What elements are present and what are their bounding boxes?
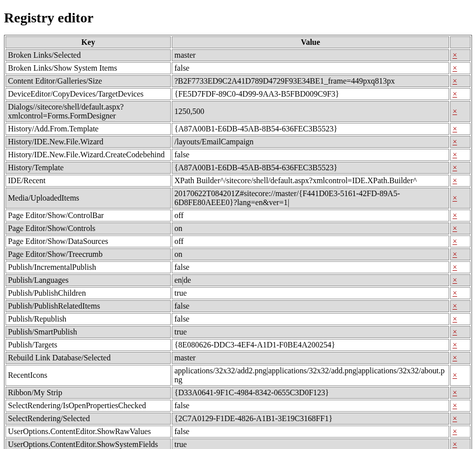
- column-header-actions: [450, 36, 471, 48]
- delete-icon[interactable]: ×: [453, 64, 457, 72]
- registry-value: false: [172, 149, 449, 161]
- registry-value: {FE5D7FDF-89C0-4D99-9AA3-B5FBD009C9F3}: [172, 88, 449, 100]
- registry-key: History/IDE.New.File.Wizard: [5, 136, 171, 148]
- table-row: History/Add.From.Template{A87A00B1-E6DB-…: [5, 123, 471, 135]
- delete-icon[interactable]: ×: [453, 107, 457, 115]
- delete-icon[interactable]: ×: [453, 289, 457, 297]
- delete-icon[interactable]: ×: [453, 90, 457, 98]
- column-header-value: Value: [172, 36, 449, 48]
- delete-icon[interactable]: ×: [453, 194, 457, 202]
- delete-icon[interactable]: ×: [453, 77, 457, 85]
- delete-icon[interactable]: ×: [453, 150, 457, 159]
- table-row: Publish/PublishRelatedItemsfalse×: [5, 300, 471, 312]
- delete-icon[interactable]: ×: [453, 51, 457, 59]
- delete-icon[interactable]: ×: [453, 427, 457, 436]
- delete-icon[interactable]: ×: [453, 124, 457, 133]
- delete-icon[interactable]: ×: [453, 440, 457, 449]
- registry-key: Publish/Languages: [5, 274, 171, 286]
- delete-icon[interactable]: ×: [453, 250, 457, 258]
- page-title: Registry editor: [4, 10, 472, 26]
- registry-key: RecentIcons: [5, 365, 171, 386]
- registry-table: Key Value Broken Links/Selectedmaster×Br…: [4, 35, 472, 449]
- action-cell: ×: [450, 49, 471, 61]
- registry-key: Page Editor/Show/DataSources: [5, 235, 171, 247]
- registry-value: ?B2F7733ED9C2A41D789D4729F93E34BE1_frame…: [172, 75, 449, 87]
- delete-icon[interactable]: ×: [453, 371, 457, 379]
- registry-key: Page Editor/Show/ControlBar: [5, 210, 171, 222]
- registry-key: Publish/PublishChildren: [5, 287, 171, 299]
- delete-icon[interactable]: ×: [453, 388, 457, 397]
- action-cell: ×: [450, 88, 471, 100]
- registry-value: false: [172, 261, 449, 273]
- registry-key: Dialogs//sitecore/shell/default.aspx?xml…: [5, 101, 171, 122]
- registry-value: off: [172, 210, 449, 222]
- registry-value: off: [172, 235, 449, 247]
- action-cell: ×: [450, 248, 471, 260]
- delete-icon[interactable]: ×: [453, 211, 457, 220]
- action-cell: ×: [450, 235, 471, 247]
- table-row: Page Editor/Show/Treecrumbon×: [5, 248, 471, 260]
- delete-icon[interactable]: ×: [453, 137, 457, 146]
- action-cell: ×: [450, 287, 471, 299]
- table-row: Page Editor/Show/DataSourcesoff×: [5, 235, 471, 247]
- table-row: Page Editor/Show/Controlson×: [5, 223, 471, 234]
- action-cell: ×: [450, 426, 471, 438]
- registry-key: IDE/Recent: [5, 175, 171, 187]
- registry-key: Content Editor/Galleries/Size: [5, 75, 171, 87]
- registry-value: {A87A00B1-E6DB-45AB-8B54-636FEC3B5523}: [172, 162, 449, 174]
- delete-icon[interactable]: ×: [453, 163, 457, 172]
- table-row: SelectRendering/Selected{2C7A0129-F1DE-4…: [5, 413, 471, 425]
- delete-icon[interactable]: ×: [453, 237, 457, 245]
- registry-value: false: [172, 62, 449, 74]
- registry-key: SelectRendering/IsOpenPropertiesChecked: [5, 400, 171, 412]
- table-row: Publish/PublishChildrentrue×: [5, 287, 471, 299]
- registry-key: UserOptions.ContentEditor.ShowSystemFiel…: [5, 439, 171, 449]
- table-row: Ribbon/My Strip{D33A0641-9F1C-4984-8342-…: [5, 387, 471, 399]
- registry-value: on: [172, 248, 449, 260]
- table-row: Publish/IncrementalPublishfalse×: [5, 261, 471, 273]
- table-row: Broken Links/Selectedmaster×: [5, 49, 471, 61]
- delete-icon[interactable]: ×: [453, 224, 457, 232]
- registry-value: true: [172, 287, 449, 299]
- table-row: Media/UploadedItems20170622T084201Z#site…: [5, 188, 471, 209]
- delete-icon[interactable]: ×: [453, 302, 457, 310]
- registry-value: en|de: [172, 274, 449, 286]
- registry-value: {A87A00B1-E6DB-45AB-8B54-636FEC3B5523}: [172, 123, 449, 135]
- action-cell: ×: [450, 210, 471, 222]
- delete-icon[interactable]: ×: [453, 315, 457, 323]
- action-cell: ×: [450, 101, 471, 122]
- delete-icon[interactable]: ×: [453, 414, 457, 423]
- registry-key: DeviceEditor/CopyDevices/TargetDevices: [5, 88, 171, 100]
- action-cell: ×: [450, 313, 471, 325]
- action-cell: ×: [450, 162, 471, 174]
- registry-value: master: [172, 49, 449, 61]
- delete-icon[interactable]: ×: [453, 263, 457, 271]
- registry-key: Publish/SmartPublish: [5, 326, 171, 338]
- table-row: Content Editor/Galleries/Size?B2F7733ED9…: [5, 75, 471, 87]
- action-cell: ×: [450, 75, 471, 87]
- delete-icon[interactable]: ×: [453, 176, 457, 185]
- action-cell: ×: [450, 439, 471, 449]
- registry-key: Page Editor/Show/Controls: [5, 223, 171, 234]
- registry-value: true: [172, 439, 449, 449]
- registry-value: /layouts/EmailCampaign: [172, 136, 449, 148]
- table-row: Publish/Targets{8E080626-DDC3-4EF4-A1D1-…: [5, 339, 471, 351]
- table-row: IDE/RecentXPath Builder^/sitecore/shell/…: [5, 175, 471, 187]
- delete-icon[interactable]: ×: [453, 401, 457, 410]
- action-cell: ×: [450, 274, 471, 286]
- registry-value: false: [172, 313, 449, 325]
- delete-icon[interactable]: ×: [453, 328, 457, 336]
- delete-icon[interactable]: ×: [453, 276, 457, 284]
- action-cell: ×: [450, 300, 471, 312]
- delete-icon[interactable]: ×: [453, 353, 457, 362]
- registry-key: Media/UploadedItems: [5, 188, 171, 209]
- registry-value: 20170622T084201Z#sitecore://master/{F441…: [172, 188, 449, 209]
- registry-value: master: [172, 352, 449, 364]
- delete-icon[interactable]: ×: [453, 340, 457, 349]
- registry-key: UserOptions.ContentEditor.ShowRawValues: [5, 426, 171, 438]
- registry-key: Broken Links/Show System Items: [5, 62, 171, 74]
- registry-key: History/IDE.New.File.Wizard.CreateCodebe…: [5, 149, 171, 161]
- action-cell: ×: [450, 387, 471, 399]
- registry-key: Publish/PublishRelatedItems: [5, 300, 171, 312]
- action-cell: ×: [450, 136, 471, 148]
